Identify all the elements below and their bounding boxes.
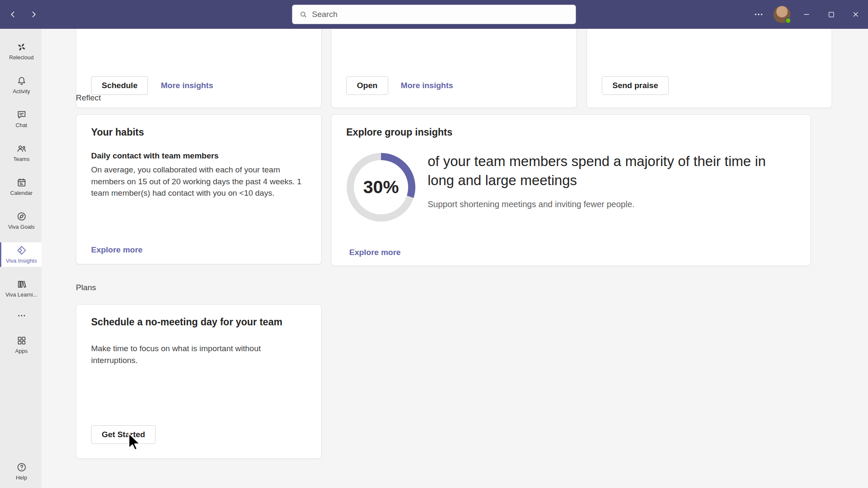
titlebar xyxy=(0,0,868,29)
help-icon xyxy=(16,462,27,473)
habits-subtitle: Daily contact with team members xyxy=(91,151,219,161)
sidebar-item-label: Activity xyxy=(13,89,30,94)
donut-center: 30% xyxy=(354,160,408,214)
sidebar-item-relecloud[interactable]: Relecloud xyxy=(0,39,42,64)
explore-more-link[interactable]: Explore more xyxy=(349,248,401,257)
plans-section-label: Plans xyxy=(76,283,96,292)
app-sidebar: Relecloud Activity Chat Teams Calendar xyxy=(0,29,42,488)
send-praise-button[interactable]: Send praise xyxy=(602,76,669,95)
sidebar-item-label: Teams xyxy=(13,156,29,162)
maximize-icon xyxy=(827,11,835,19)
group-insights-headline: of your team members spend a majority of… xyxy=(428,152,792,190)
close-button[interactable] xyxy=(843,0,868,29)
card-title: Explore group insights xyxy=(346,127,452,138)
card-title: Your habits xyxy=(91,127,144,138)
search-icon xyxy=(299,10,308,19)
explore-more-link[interactable]: Explore more xyxy=(91,245,142,255)
back-button[interactable] xyxy=(6,7,20,22)
relecloud-icon xyxy=(16,42,27,53)
group-insights-donut: 30% xyxy=(347,153,415,222)
chevron-left-icon xyxy=(8,10,18,19)
sidebar-item-activity[interactable]: Activity xyxy=(0,73,42,97)
main-content: Schedule More insights Open More insight… xyxy=(42,29,868,488)
bell-icon xyxy=(16,75,27,86)
viva-goals-icon xyxy=(16,211,27,222)
ellipsis-icon xyxy=(754,9,764,19)
your-habits-card: Your habits Daily contact with team memb… xyxy=(76,114,322,264)
profile-button[interactable] xyxy=(770,0,794,29)
card-title: Schedule a no-meeting day for your team xyxy=(91,316,282,328)
sidebar-item-label: Help xyxy=(16,475,27,481)
top-card-open: Open More insights xyxy=(331,29,577,108)
chevron-right-icon xyxy=(29,10,38,19)
more-insights-link[interactable]: More insights xyxy=(401,81,453,90)
calendar-icon xyxy=(16,177,27,188)
donut-percent-label: 30% xyxy=(363,177,399,197)
sidebar-item-label: Calendar xyxy=(10,190,33,196)
search-input[interactable] xyxy=(312,10,569,19)
group-insights-support-text: Support shortening meetings and inviting… xyxy=(428,200,792,209)
sidebar-item-label: Apps xyxy=(15,348,28,354)
presence-available-badge xyxy=(785,17,791,24)
sidebar-item-label: Viva Insights xyxy=(6,258,37,264)
search-bar[interactable] xyxy=(292,5,576,24)
minimize-icon xyxy=(802,10,811,19)
sidebar-item-chat[interactable]: Chat xyxy=(0,107,42,131)
minimize-button[interactable] xyxy=(794,0,819,29)
sidebar-item-apps[interactable]: Apps xyxy=(0,333,42,357)
group-insights-card: Explore group insights 30% of your team … xyxy=(331,114,811,266)
people-icon xyxy=(16,143,27,154)
schedule-button[interactable]: Schedule xyxy=(91,76,148,95)
sidebar-more-apps-button[interactable] xyxy=(0,310,42,323)
nav-arrows xyxy=(6,0,41,29)
get-started-button[interactable]: Get Started xyxy=(91,425,156,444)
sidebar-item-viva-goals[interactable]: Viva Goals xyxy=(0,208,42,233)
sidebar-item-label: Viva Learni... xyxy=(6,292,38,298)
top-card-praise: Send praise xyxy=(587,29,832,108)
sidebar-item-label: Chat xyxy=(16,122,27,128)
more-dots-icon xyxy=(16,310,27,321)
chat-icon xyxy=(16,109,27,120)
more-insights-link[interactable]: More insights xyxy=(161,81,213,90)
sidebar-item-help[interactable]: Help xyxy=(0,459,42,484)
more-options-button[interactable] xyxy=(748,0,770,29)
open-button[interactable]: Open xyxy=(346,76,388,95)
close-icon xyxy=(851,10,860,19)
reflect-section-label: Reflect xyxy=(76,93,101,103)
viva-insights-icon xyxy=(16,245,27,256)
avatar xyxy=(773,6,790,23)
sidebar-item-label: Relecloud xyxy=(9,55,34,61)
sidebar-item-viva-insights[interactable]: Viva Insights xyxy=(0,242,42,267)
habits-body-text: On average, you collaborated with each o… xyxy=(91,164,305,199)
titlebar-right xyxy=(748,0,868,29)
sidebar-item-calendar[interactable]: Calendar xyxy=(0,175,42,199)
sidebar-item-viva-learning[interactable]: Viva Learni... xyxy=(0,276,42,301)
viva-learning-icon xyxy=(16,279,27,290)
sidebar-item-teams[interactable]: Teams xyxy=(0,141,42,165)
maximize-button[interactable] xyxy=(819,0,843,29)
apps-grid-icon xyxy=(16,335,27,346)
sidebar-item-label: Viva Goals xyxy=(8,224,35,230)
plan-body-text: Make time to focus on what is important … xyxy=(91,343,282,366)
top-card-schedule: Schedule More insights xyxy=(76,29,322,108)
forward-button[interactable] xyxy=(26,7,41,22)
no-meeting-day-card: Schedule a no-meeting day for your team … xyxy=(76,304,322,459)
